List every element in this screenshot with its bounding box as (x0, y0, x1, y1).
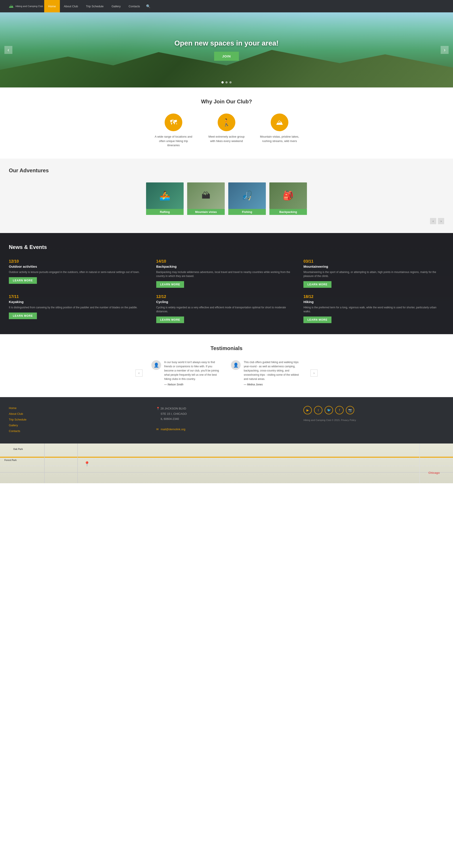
learn-more-0[interactable]: LEARN MORE (9, 277, 37, 284)
social-youtube[interactable]: ▶ (303, 406, 312, 414)
news-date-2: 03/11 (303, 259, 444, 264)
hero-prev-button[interactable]: ‹ (4, 46, 12, 54)
adventures-title: Our Adventures (9, 167, 444, 174)
testimonial-avatar-1: 👤 (231, 360, 241, 370)
footer-contact: 📍 28 JACKSON BLVD STE 15 I, CHICAGO IL 6… (156, 406, 297, 435)
testimonial-author-0: — Nelson Smith (164, 383, 222, 386)
news-item-3: 17/11 Kayaking It is distinguished from … (9, 294, 150, 323)
learn-more-1[interactable]: LEARN MORE (156, 281, 184, 288)
news-section: News & Events 12/10 Outdoor activities O… (0, 233, 453, 334)
adventure-backpacking[interactable]: 🎒 Backpacking (269, 182, 307, 215)
nav-contacts[interactable]: Contacts (125, 0, 144, 12)
news-item-2: 03/11 Mountaineering Mountaineering is t… (303, 259, 444, 288)
why-section: Why Join Our Club? 🗺 A wide range of loc… (0, 88, 453, 159)
social-instagram[interactable]: 📷 (346, 406, 354, 414)
feature-1-text: A wide range of locations and often uniq… (154, 134, 193, 148)
mountain-icon: ⛰ (276, 118, 283, 127)
footer-nav-list: Home About Club Trip Schedule Gallery Co… (9, 406, 150, 433)
social-twitter[interactable]: 🐦 (325, 406, 333, 414)
adventures-prev-button[interactable]: ‹ (430, 218, 436, 224)
hero-next-button[interactable]: › (441, 46, 449, 54)
testimonial-1: 👤 This club offers guided hiking and wal… (231, 360, 302, 386)
testimonial-0: 👤 In our busy world it isn't always easy… (151, 360, 222, 386)
news-desc-2: Mountaineering is the sport of attaining… (303, 270, 444, 278)
adventure-rafting[interactable]: 🚣 Rafting (146, 182, 184, 215)
testimonial-avatar-0: 👤 (151, 360, 161, 370)
footer-social-area: ▶ t 🐦 f 📷 Hiking and Camping Club © 2015… (303, 406, 444, 435)
footer-social-icons: ▶ t 🐦 f 📷 (303, 406, 444, 414)
news-desc-5: Hiking is the preferred term for a long,… (303, 306, 444, 313)
news-date-4: 12/12 (156, 294, 297, 299)
nav-about[interactable]: About Club (60, 0, 82, 12)
feature-2: 🚶 Meet extremely active group with hikes… (207, 114, 246, 148)
testimonial-author-1: — Melina Jones (244, 383, 302, 386)
news-desc-4: Cycling is widely regarded as a very eff… (156, 306, 297, 313)
adventure-fishing-label: Fishing (228, 209, 266, 215)
mail-icon: ✉ (156, 428, 159, 431)
feature-2-text: Meet extremely active group with hikes e… (207, 134, 246, 143)
adventures-nav: ‹ › (9, 218, 444, 224)
hero-dot-3[interactable] (230, 81, 232, 84)
footer-grid: Home About Club Trip Schedule Gallery Co… (9, 406, 444, 435)
footer-nav-gallery[interactable]: Gallery (9, 424, 18, 427)
news-title-2: Mountaineering (303, 265, 444, 268)
footer-nav-home[interactable]: Home (9, 406, 17, 410)
news-date-0: 12/10 (9, 259, 150, 264)
news-item-4: 12/12 Cycling Cycling is widely regarded… (156, 294, 297, 323)
features-row: 🗺 A wide range of locations and often un… (9, 114, 444, 148)
news-date-5: 18/12 (303, 294, 444, 299)
logo-icon: ⛰ (9, 3, 14, 9)
testimonials-next-button[interactable]: › (310, 370, 318, 377)
testimonials-prev-button[interactable]: ‹ (135, 370, 143, 377)
learn-more-2[interactable]: LEARN MORE (303, 281, 331, 288)
nav-home[interactable]: Home (44, 0, 60, 12)
feature-1-icon: 🗺 (164, 114, 182, 131)
news-date-1: 14/10 (156, 259, 297, 264)
news-item-1: 14/10 Backpacking Backpacking may includ… (156, 259, 297, 288)
testimonials-title: Testimonials (9, 345, 444, 351)
map-label-forest-park: Forest Park (4, 459, 17, 461)
feature-2-icon: 🚶 (218, 114, 235, 131)
header: ⛰ Hiking and Camping Club Home About Clu… (0, 0, 453, 12)
footer-nav-contacts[interactable]: Contacts (9, 429, 20, 433)
logo-text: Hiking and Camping Club (16, 5, 43, 8)
footer-copyright: Hiking and Camping Club © 2015. Privacy … (303, 419, 444, 422)
nav-gallery[interactable]: Gallery (108, 0, 125, 12)
feature-3: ⛰ Mountain vistas, pristine lakes, rushi… (260, 114, 299, 148)
news-desc-1: Backpacking may include wilderness adven… (156, 270, 297, 278)
hero-title: Open new spaces in your area! (174, 39, 278, 47)
hero-section: 🧍 ‹ Open new spaces in your area! JOIN › (0, 12, 453, 88)
hiker-icon: 🚶 (222, 118, 231, 127)
learn-more-4[interactable]: LEARN MORE (156, 316, 184, 323)
news-item-5: 18/12 Hiking Hiking is the preferred ter… (303, 294, 444, 323)
map-label-chicago: Chicago (428, 471, 440, 474)
footer: Home About Club Trip Schedule Gallery Co… (0, 397, 453, 443)
news-desc-3: It is distinguished from canoeing by the… (9, 306, 150, 309)
adventures-grid: 🚣 Rafting 🏔 Mountain vistas 🎣 Fishing 🎒 … (9, 182, 444, 215)
learn-more-5[interactable]: LEARN MORE (303, 316, 331, 323)
news-grid: 12/10 Outdoor activities Outdoor activit… (9, 259, 444, 323)
adventure-fishing[interactable]: 🎣 Fishing (228, 182, 266, 215)
hero-dot-1[interactable] (221, 81, 223, 84)
hero-dots (221, 81, 232, 84)
social-facebook[interactable]: f (335, 406, 343, 414)
adventure-mountain-label: Mountain vistas (187, 209, 225, 215)
testimonials-row: ‹ 👤 In our busy world it isn't always ea… (9, 360, 444, 386)
footer-nav-trip[interactable]: Trip Schedule (9, 418, 27, 421)
news-title-3: Kayaking (9, 300, 150, 304)
map-section: Oak Park Forest Park Chicago 📍 (0, 443, 453, 483)
adventure-mountain[interactable]: 🏔 Mountain vistas (187, 182, 225, 215)
hero-join-button[interactable]: JOIN (214, 52, 239, 61)
hero-dot-2[interactable] (225, 81, 228, 84)
map-location-pin: 📍 (84, 461, 90, 467)
search-icon[interactable]: 🔍 (144, 4, 153, 8)
learn-more-3[interactable]: LEARN MORE (9, 312, 37, 319)
news-title-5: Hiking (303, 300, 444, 304)
adventures-next-button[interactable]: › (438, 218, 444, 224)
nav-trip[interactable]: Trip Schedule (82, 0, 108, 12)
logo: ⛰ Hiking and Camping Club (9, 3, 44, 9)
feature-3-icon: ⛰ (271, 114, 289, 131)
news-title-1: Backpacking (156, 265, 297, 268)
footer-nav-about[interactable]: About Club (9, 412, 23, 415)
social-tumblr[interactable]: t (314, 406, 323, 414)
